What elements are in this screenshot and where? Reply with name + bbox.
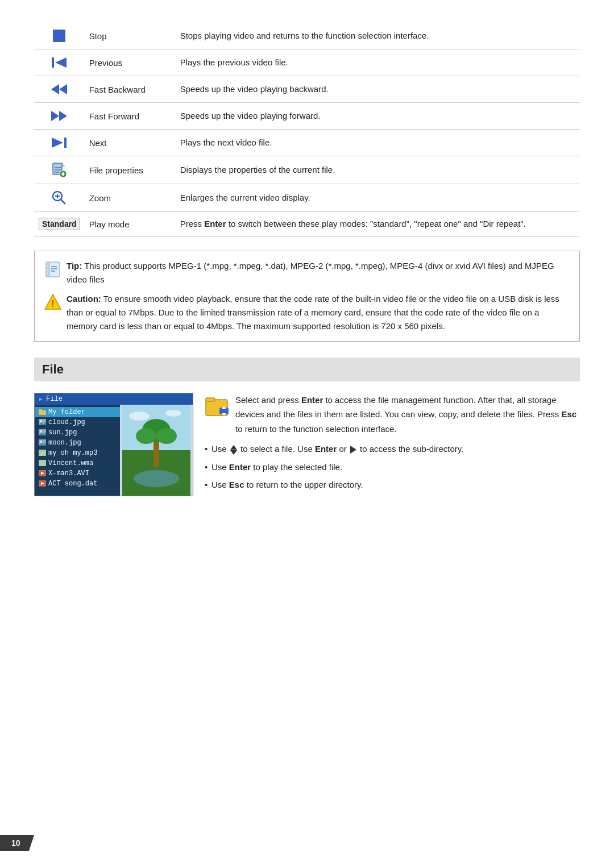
caution-label: Caution: <box>67 294 101 304</box>
title-arrow-icon: ▶ <box>39 396 43 402</box>
svg-marker-6 <box>59 111 67 121</box>
zoom-icon-cell <box>34 184 85 212</box>
browser-title: File <box>46 395 63 403</box>
file-browser-list: My folder cloud.jpg sun.jpg <box>35 405 193 496</box>
table-row: Previous Plays the previous video file. <box>34 49 580 76</box>
tip-caution-box: Tip: This product supports MPEG-1 (*.mpg… <box>34 251 580 342</box>
image-icon <box>38 429 46 437</box>
fastfwd-name: Fast Forward <box>85 103 176 130</box>
svg-marker-7 <box>52 138 63 148</box>
svg-marker-10 <box>62 163 65 167</box>
svg-point-25 <box>47 272 49 275</box>
playmode-desc: Press Enter to switch between these play… <box>176 212 580 237</box>
list-item: X-man3.AVI <box>35 468 120 479</box>
audio-icon: ♪ <box>38 449 46 457</box>
fileprop-icon-cell <box>34 156 85 184</box>
tip-notebook-icon <box>44 260 62 279</box>
standard-badge: Standard <box>39 218 80 230</box>
zoom-desc: Enlarges the current video display. <box>176 184 580 212</box>
list-item: ♪ Vincent.wma <box>35 458 120 468</box>
nav-arrows-icon <box>230 445 237 455</box>
list-item: My folder <box>35 407 120 417</box>
table-row: Fast Backward Speeds up the video playin… <box>34 76 580 103</box>
svg-marker-3 <box>51 84 59 94</box>
stop-icon-cell <box>34 23 85 49</box>
stop-name: Stop <box>85 23 176 49</box>
next-name: Next <box>85 130 176 156</box>
svg-marker-2 <box>55 57 67 68</box>
tip-row: Tip: This product supports MPEG-1 (*.mpg… <box>44 259 570 286</box>
tip-content: This product supports MPEG-1 (*.mpg, *.m… <box>67 261 554 284</box>
file-desc-intro: Select and press Enter to access the fil… <box>205 393 580 437</box>
bullet-list: Use to select a file. Use Enter or to ac… <box>205 442 580 492</box>
file-section-title: File <box>42 362 64 376</box>
file-properties-icon <box>51 162 67 178</box>
file-large-icon <box>205 394 231 425</box>
file-browser-titlebar: ▶ File <box>35 393 193 405</box>
caution-icon: ! <box>44 293 62 315</box>
stop-icon <box>51 28 67 43</box>
list-item-label: moon.jpg <box>48 439 81 447</box>
list-item-label: X-man3.AVI <box>48 470 89 477</box>
list-item: ACT song.dat <box>35 479 120 489</box>
playmode-name: Play mode <box>85 212 176 237</box>
svg-rect-31 <box>39 410 46 415</box>
audio-icon: ♪ <box>38 459 46 467</box>
video-icon <box>38 480 46 488</box>
down-arrow-icon <box>230 450 237 455</box>
table-row: Fast Forward Speeds up the video playing… <box>34 103 580 130</box>
list-item: sun.jpg <box>35 427 120 438</box>
list-item: Use Enter to play the selected file. <box>205 460 580 475</box>
fastbwd-icon-cell <box>34 76 85 103</box>
list-item-label: Vincent.wma <box>48 459 93 467</box>
next-icon-cell <box>34 130 85 156</box>
svg-rect-32 <box>39 409 42 411</box>
list-item-label: my oh my.mp3 <box>48 449 97 457</box>
file-browser-thumbnail <box>120 405 193 496</box>
caution-text: Caution: To ensure smooth video playback… <box>67 292 570 333</box>
fast-forward-icon <box>50 109 68 123</box>
svg-point-51 <box>129 412 150 421</box>
tip-text: Tip: This product supports MPEG-1 (*.mpg… <box>67 259 570 286</box>
previous-name: Previous <box>85 49 176 76</box>
up-arrow-icon <box>230 445 237 450</box>
svg-rect-8 <box>64 138 67 148</box>
fastbwd-desc: Speeds up the video playing backward. <box>176 76 580 103</box>
tip-label: Tip: <box>67 261 82 271</box>
svg-point-56 <box>136 428 156 444</box>
list-item: Use to select a file. Use Enter or to ac… <box>205 442 580 456</box>
table-row: Next Plays the next video file. <box>34 130 580 156</box>
file-browser: ▶ File My folder cloud.jpg <box>34 393 193 496</box>
next-icon <box>51 135 68 150</box>
svg-point-34 <box>40 420 42 422</box>
table-row: Stop Stops playing video and returns to … <box>34 23 580 49</box>
svg-point-57 <box>156 428 177 444</box>
fastfwd-desc: Speeds up the video playing forward. <box>176 103 580 130</box>
fastbwd-name: Fast Backward <box>85 76 176 103</box>
svg-text:♪: ♪ <box>40 451 43 456</box>
list-item-label: ACT song.dat <box>48 480 97 488</box>
table-row: File properties Displays the properties … <box>34 156 580 184</box>
list-item: cloud.jpg <box>35 417 120 427</box>
caution-warning-icon: ! <box>44 293 62 312</box>
zoom-icon <box>51 190 67 206</box>
previous-icon <box>51 55 68 70</box>
svg-point-23 <box>47 264 49 267</box>
list-item-label: sun.jpg <box>48 429 77 437</box>
fileprop-name: File properties <box>85 156 176 184</box>
svg-line-18 <box>61 200 65 204</box>
svg-rect-0 <box>53 30 65 42</box>
fastfwd-icon-cell <box>34 103 85 130</box>
svg-rect-60 <box>206 398 215 401</box>
file-section-body: ▶ File My folder cloud.jpg <box>34 393 580 496</box>
list-item-label: cloud.jpg <box>48 418 85 426</box>
table-row: Standard Play mode Press Enter to switch… <box>34 212 580 237</box>
thumbnail-image <box>122 405 190 496</box>
svg-point-40 <box>40 441 42 443</box>
play-arrow-icon <box>350 446 356 454</box>
function-table: Stop Stops playing video and returns to … <box>34 23 580 237</box>
file-description: Select and press Enter to access the fil… <box>205 393 580 496</box>
list-item: ♪ my oh my.mp3 <box>35 448 120 458</box>
svg-point-52 <box>165 410 181 417</box>
svg-point-37 <box>40 430 42 433</box>
